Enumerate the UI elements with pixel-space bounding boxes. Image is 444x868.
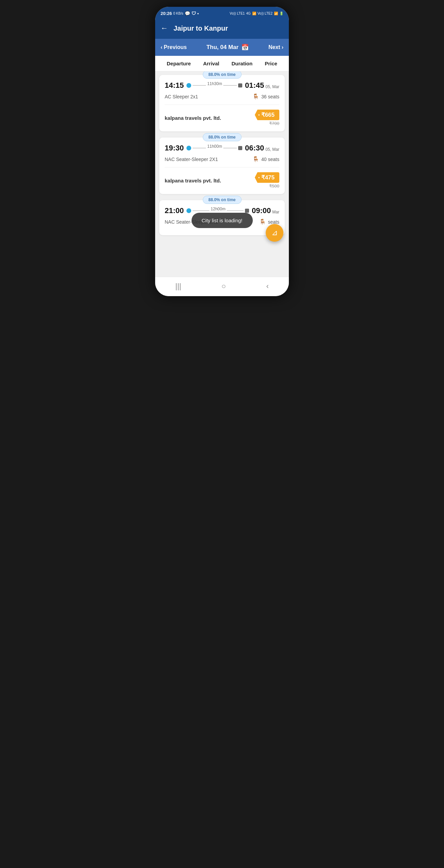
- status-right: Vo)) LTE1 4G 📶 Vo)) LTE2 📶 🔋: [230, 12, 283, 15]
- price-row-1: kalpana travels pvt. ltd. ₹665 ₹700: [165, 110, 279, 126]
- menu-nav-button[interactable]: |||: [175, 282, 181, 291]
- divider-1: [165, 105, 279, 105]
- msg-icon: 💬: [185, 11, 190, 16]
- header: ← Jaipur to Kanpur: [155, 19, 289, 39]
- price-block-1: ₹665 ₹700: [255, 110, 279, 126]
- seat-icon-2: 🪑: [252, 156, 259, 162]
- arrive-date-3: Mar: [272, 210, 279, 214]
- calendar-icon: 📅: [241, 44, 249, 51]
- prev-arrow-icon: ‹: [161, 44, 162, 50]
- route-end-dot-3: [245, 209, 249, 213]
- bus-type-2: NAC Seater-Sleeper 2X1: [165, 157, 218, 162]
- route-end-dot-2: [238, 146, 242, 150]
- depart-time-3: 21:00: [165, 206, 185, 215]
- filter-fab-button[interactable]: ⊿: [266, 224, 283, 242]
- page-title: Jaipur to Kanpur: [174, 25, 228, 32]
- column-headers: Departure Arrival Duration Price: [155, 56, 289, 71]
- arrive-time-3: 09:00: [252, 206, 271, 215]
- depart-time-2: 19:30: [165, 144, 185, 152]
- toast-message: City list is loading!: [191, 213, 252, 228]
- duration-label-3: 12h00m: [209, 207, 227, 211]
- seats-count-2: 40 seats: [261, 157, 279, 162]
- previous-label: Previous: [164, 44, 187, 50]
- seats-info-1: 🪑 36 seats: [252, 93, 279, 100]
- status-left: 20:26 0 KB/s 💬 🛡 •: [161, 11, 199, 16]
- divider-2: [165, 167, 279, 167]
- operator-1: kalpana travels pvt. ltd.: [165, 115, 221, 121]
- nav-bar: ||| ○ ‹: [155, 277, 289, 296]
- bus-card-2[interactable]: 19:30 11h00m 06:30 05, Mar NAC Seater-Sl…: [159, 138, 285, 194]
- route-line-1: 11h30m: [193, 85, 237, 86]
- route-start-dot-3: [186, 208, 191, 213]
- arrive-time-1: 01:45: [245, 81, 264, 90]
- shield-icon: 🛡: [192, 11, 196, 16]
- duration-label-2: 11h00m: [206, 144, 223, 149]
- on-time-badge-3: 88.0% on time: [202, 196, 241, 204]
- route-line-2: 11h00m: [193, 148, 237, 148]
- arrive-date-2: 05, Mar: [265, 147, 279, 152]
- price-row-2: kalpana travels pvt. ltd. ₹475 ₹500: [165, 172, 279, 189]
- date-nav: ‹ Previous Thu, 04 Mar 📅 Next ›: [155, 39, 289, 56]
- seat-icon-3: 🪑: [259, 219, 266, 225]
- col-departure: Departure: [167, 61, 191, 66]
- route-start-dot-1: [186, 83, 191, 88]
- signal-bar2-icon: 📶: [274, 12, 278, 15]
- bus-card-1[interactable]: 14:15 11h30m 01:45 05, Mar AC Sleeper 2x…: [159, 75, 285, 131]
- phone-frame: 20:26 0 KB/s 💬 🛡 • Vo)) LTE1 4G 📶 Vo)) L…: [155, 7, 289, 296]
- next-button[interactable]: Next ›: [268, 44, 283, 50]
- back-button[interactable]: ←: [161, 24, 168, 33]
- arrive-date-1: 05, Mar: [265, 84, 279, 89]
- depart-time-1: 14:15: [165, 81, 185, 90]
- seats-count-1: 36 seats: [261, 94, 279, 99]
- duration-label-1: 11h30m: [206, 81, 223, 86]
- network-lte2: Vo)) LTE2: [258, 12, 273, 15]
- operator-2: kalpana travels pvt. ltd.: [165, 178, 221, 183]
- filter-icon: ⊿: [272, 228, 278, 237]
- route-row-2: 19:30 11h00m 06:30 05, Mar: [165, 144, 279, 152]
- previous-button[interactable]: ‹ Previous: [161, 44, 187, 50]
- col-arrival: Arrival: [203, 61, 219, 66]
- seat-icon-1: 🪑: [252, 93, 259, 100]
- home-nav-button[interactable]: ○: [221, 282, 226, 291]
- date-label: Thu, 04 Mar: [207, 44, 239, 51]
- time: 20:26: [161, 11, 172, 16]
- route-row-1: 14:15 11h30m 01:45 05, Mar: [165, 81, 279, 90]
- kb-speed: 0 KB/s: [173, 12, 183, 15]
- bus-card-wrapper-1: 88.0% on time 14:15 11h30m 01:45 05, Mar: [159, 75, 285, 131]
- on-time-badge-2: 88.0% on time: [202, 133, 241, 141]
- route-end-dot-1: [238, 83, 242, 87]
- arrive-time-2: 06:30: [245, 144, 264, 152]
- signal-bar-icon: 📶: [252, 12, 256, 15]
- bus-type-row-1: AC Sleeper 2x1 🪑 36 seats: [165, 93, 279, 100]
- price-tag-2: ₹475: [255, 172, 279, 183]
- current-date[interactable]: Thu, 04 Mar 📅: [207, 44, 249, 51]
- price-tag-1: ₹665: [255, 110, 279, 120]
- on-time-badge-1: 88.0% on time: [202, 71, 241, 79]
- network-4g: 4G: [246, 12, 250, 15]
- network-lte1: Vo)) LTE1: [230, 12, 245, 15]
- bus-type-1: AC Sleeper 2x1: [165, 94, 198, 99]
- next-arrow-icon: ›: [282, 44, 283, 50]
- next-label: Next: [268, 44, 280, 50]
- back-nav-button[interactable]: ‹: [266, 282, 268, 291]
- status-bar: 20:26 0 KB/s 💬 🛡 • Vo)) LTE1 4G 📶 Vo)) L…: [155, 7, 289, 19]
- route-line-3: 12h00m: [193, 210, 244, 211]
- price-block-2: ₹475 ₹500: [255, 172, 279, 189]
- dot: •: [197, 11, 199, 16]
- original-price-1: ₹700: [269, 121, 279, 126]
- route-start-dot-2: [186, 146, 191, 150]
- col-price: Price: [265, 61, 277, 66]
- col-duration: Duration: [232, 61, 253, 66]
- bus-type-row-2: NAC Seater-Sleeper 2X1 🪑 40 seats: [165, 156, 279, 162]
- bus-card-wrapper-2: 88.0% on time 19:30 11h00m 06:30 05, Mar: [159, 138, 285, 194]
- original-price-2: ₹500: [269, 183, 279, 189]
- battery-icon: 🔋: [279, 12, 283, 15]
- seats-info-2: 🪑 40 seats: [252, 156, 279, 162]
- content-area: 88.0% on time 14:15 11h30m 01:45 05, Mar: [155, 71, 289, 269]
